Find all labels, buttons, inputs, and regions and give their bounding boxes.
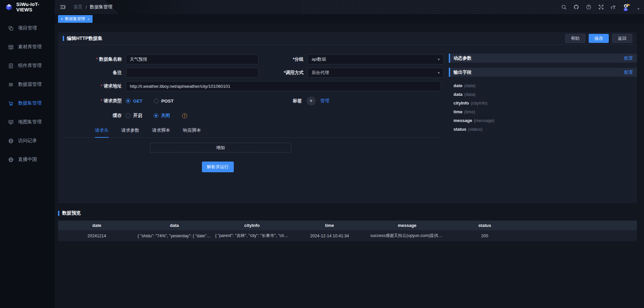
request-url-input[interactable]	[126, 81, 441, 91]
field-alias: (data)	[464, 92, 476, 97]
topbar-actions: TT ▾	[561, 3, 639, 12]
sidebar-collapse-icon[interactable]	[59, 4, 66, 10]
list-item: date(date)	[453, 81, 637, 90]
help-question-icon[interactable]	[586, 4, 592, 10]
sidebar-item-project[interactable]: 项目管理	[0, 19, 55, 38]
tab-request-headers[interactable]: 请求头	[95, 127, 109, 138]
accent-bar	[449, 54, 450, 63]
required-mark: *	[101, 98, 102, 103]
user-avatar[interactable]	[622, 3, 631, 12]
panel-header: 编辑HTTP数据集 帮助 保存 返回	[58, 32, 637, 45]
request-type-post-radio[interactable]: POST	[154, 99, 174, 104]
back-button[interactable]: 返回	[612, 34, 632, 43]
globe-icon	[8, 157, 14, 163]
fullscreen-icon[interactable]	[598, 4, 604, 10]
field-alias: (date)	[464, 83, 476, 88]
sidebar-item-label: 数据源管理	[18, 81, 42, 87]
data-preview-section: 数据预览 date data cityInfo time message sta…	[58, 210, 637, 241]
sidebar-item-label: 数据集管理	[18, 100, 42, 106]
required-mark: *	[101, 83, 102, 88]
invoke-mode-select[interactable]: 后台代理 ▾	[308, 68, 444, 78]
chevron-down-icon: ▾	[438, 70, 440, 75]
output-fields-config-link[interactable]: 配置	[624, 69, 633, 75]
sidebar-item-material-library[interactable]: 素材库管理	[0, 38, 55, 56]
sidebar-item-map-atlas[interactable]: 地图集管理	[0, 113, 55, 131]
dynamic-params-config-link[interactable]: 配置	[624, 55, 633, 61]
parse-and-run-button[interactable]: 解析并运行	[202, 162, 234, 172]
chevron-down-icon[interactable]: ▾	[637, 7, 639, 11]
page-title: 编辑HTTP数据集	[67, 36, 103, 42]
group-label: *分组	[263, 56, 304, 62]
request-type-label: *请求类型	[65, 98, 122, 104]
sidebar-item-label: 地图集管理	[18, 119, 42, 125]
field-name: cityInfo	[453, 101, 469, 106]
font-size-icon[interactable]: TT	[610, 4, 615, 10]
sidebar-item-access-log[interactable]: 访问记录	[0, 131, 55, 150]
breadcrumb-separator: /	[86, 5, 87, 10]
field-name: message	[453, 118, 472, 123]
radio-label: 开启	[133, 113, 142, 119]
field-alias: (message)	[474, 118, 494, 123]
sidebar-item-component-library[interactable]: 组件库管理	[0, 56, 55, 75]
radio-label: GET	[133, 99, 143, 104]
accent-bar	[449, 68, 450, 77]
datasource-icon	[8, 82, 14, 87]
map-atlas-icon	[8, 119, 14, 125]
output-fields-header: 输出字段 配置	[449, 68, 637, 77]
request-config-tabs: 请求头 请求参数 请求脚本 响应脚本	[65, 127, 442, 138]
dynamic-params-header: 动态参数 配置	[449, 54, 637, 63]
sidebar: SiWu-IoT-VIEWS 项目管理 素材库管理 组件库管理 数据源管理	[0, 0, 55, 308]
sidebar-item-live-china[interactable]: 直播中国	[0, 150, 55, 169]
plus-icon: +	[310, 98, 313, 104]
list-item: message(message)	[453, 116, 637, 125]
tab-response-script[interactable]: 响应脚本	[183, 127, 201, 137]
search-icon[interactable]	[561, 4, 567, 10]
font-size-large: T	[612, 4, 615, 10]
radio-icon	[154, 113, 158, 118]
tab-request-params[interactable]: 请求参数	[121, 127, 140, 137]
invoke-mode-select-value: 后台代理	[312, 70, 329, 76]
field-alias: (cityInfo)	[471, 101, 487, 106]
tab-dataset-management[interactable]: ● 数据集管理 ×	[58, 15, 93, 23]
active-dot-icon: ●	[61, 18, 63, 20]
cache-on-radio[interactable]: 开启	[126, 113, 142, 119]
dataset-name-input[interactable]	[126, 54, 259, 64]
tags-group: 标签 + 管理	[293, 97, 329, 106]
remark-label: 备注	[65, 70, 122, 76]
cell-filler	[524, 230, 637, 241]
help-button[interactable]: 帮助	[565, 34, 585, 43]
breadcrumb-home[interactable]: 首页	[73, 4, 83, 10]
sidebar-item-dataset[interactable]: 数据集管理	[0, 94, 55, 113]
col-status: status	[446, 221, 523, 230]
cell-status: 200	[446, 230, 523, 241]
tab-request-script[interactable]: 请求脚本	[152, 127, 170, 137]
main-content: 编辑HTTP数据集 帮助 保存 返回 *数据集名称 *分组 api数据 ▾	[55, 23, 644, 308]
radio-label: 关闭	[161, 113, 170, 119]
add-tag-button[interactable]: +	[307, 97, 316, 106]
cache-off-radio[interactable]: 关闭	[154, 113, 170, 119]
col-message: message	[368, 221, 446, 230]
github-icon[interactable]	[573, 4, 579, 10]
group-select[interactable]: api数据 ▾	[308, 54, 444, 64]
cell-data: { "shidu": "74%", "yesterday": { "date":…	[136, 230, 213, 241]
add-header-button[interactable]: 增加	[150, 143, 291, 152]
globe-icon	[8, 138, 14, 144]
request-type-get-radio[interactable]: GET	[126, 99, 143, 104]
save-button[interactable]: 保存	[589, 34, 609, 43]
field-name: date	[453, 83, 463, 88]
remark-input[interactable]	[126, 68, 259, 78]
list-item: data(data)	[453, 90, 637, 99]
sidebar-item-datasource[interactable]: 数据源管理	[0, 75, 55, 94]
output-fields-title: 输出字段	[453, 69, 472, 75]
open-tabs-bar: ● 数据集管理 ×	[55, 14, 644, 23]
manage-tags-link[interactable]: 管理	[320, 98, 329, 104]
project-icon	[8, 25, 14, 31]
required-mark: *	[96, 57, 98, 62]
sidebar-item-label: 项目管理	[18, 25, 37, 31]
sidebar-item-label: 直播中国	[18, 157, 37, 163]
sidebar-item-label: 访问记录	[18, 138, 37, 144]
table-header-row: date data cityInfo time message status	[58, 221, 637, 230]
radio-icon	[126, 113, 130, 118]
dataset-cart-icon	[8, 101, 14, 106]
close-icon[interactable]: ×	[88, 17, 90, 21]
